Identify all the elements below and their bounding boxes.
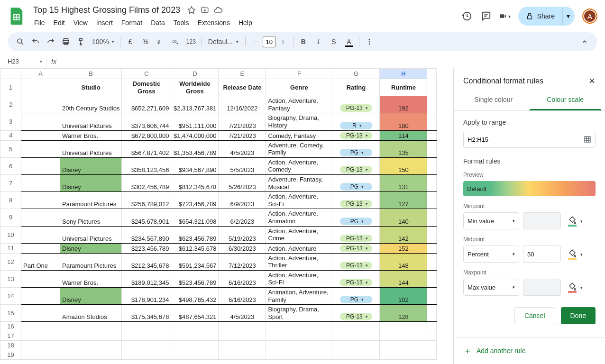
- search-menus-icon[interactable]: [13, 35, 28, 49]
- cell[interactable]: [21, 288, 60, 305]
- cell[interactable]: Action, Adventure, Sci-Fi: [266, 192, 332, 209]
- increase-decimal-icon[interactable]: .00: [169, 35, 183, 49]
- cell[interactable]: $487,654,321: [171, 305, 219, 322]
- cell[interactable]: Disney: [60, 157, 122, 174]
- cell[interactable]: 150: [380, 157, 427, 174]
- cell[interactable]: Animation, Adventure, Family: [266, 288, 332, 305]
- percent-button[interactable]: %: [138, 35, 153, 49]
- star-icon[interactable]: [187, 5, 196, 15]
- cell[interactable]: Comedy, Fantasy: [266, 130, 332, 140]
- bold-button[interactable]: B: [296, 35, 311, 49]
- row-header-18[interactable]: 18: [0, 341, 21, 350]
- cell[interactable]: Paramount Pictures: [60, 192, 122, 209]
- row-header-19[interactable]: 19: [0, 350, 21, 360]
- rating-chip[interactable]: R▾: [340, 122, 372, 129]
- column-header-A[interactable]: A: [21, 69, 60, 79]
- cell[interactable]: 140: [380, 209, 427, 226]
- menu-view[interactable]: View: [70, 17, 92, 28]
- cell[interactable]: $245,678,901: [122, 209, 171, 226]
- cell[interactable]: 127: [380, 192, 427, 209]
- rating-chip[interactable]: PG-13▾: [340, 279, 372, 286]
- row-header-13[interactable]: 13: [0, 270, 21, 287]
- cell[interactable]: Adventure, Fantasy, Musical: [266, 174, 332, 191]
- midpoint-color-button[interactable]: ▾: [565, 246, 580, 262]
- cell[interactable]: [21, 270, 60, 287]
- cell[interactable]: 180: [380, 113, 427, 130]
- range-text[interactable]: [468, 136, 584, 143]
- cell[interactable]: 128: [380, 305, 427, 322]
- menu-format[interactable]: Format: [118, 17, 146, 28]
- cell[interactable]: 5/5/2023: [219, 157, 266, 174]
- rating-chip[interactable]: PG-13▾: [340, 235, 372, 242]
- cell[interactable]: PG▾: [332, 288, 380, 305]
- cell[interactable]: 148: [380, 253, 427, 270]
- cell[interactable]: 6/2/2023: [219, 209, 266, 226]
- cell[interactable]: [21, 140, 60, 157]
- meet-icon[interactable]: ▾: [499, 10, 511, 22]
- row-header-12[interactable]: 12: [0, 253, 21, 270]
- name-box[interactable]: H23▾: [4, 55, 46, 68]
- cell[interactable]: PG-13▾: [332, 192, 380, 209]
- minpoint-color-button[interactable]: ▾: [565, 213, 580, 228]
- cell[interactable]: Disney: [60, 288, 122, 305]
- cell[interactable]: $591,234,567: [171, 253, 219, 270]
- row-header-10[interactable]: 10: [0, 226, 21, 243]
- increase-fontsize-button[interactable]: +: [276, 35, 290, 49]
- close-icon[interactable]: ✕: [588, 76, 596, 86]
- cell[interactable]: PG-13▾: [332, 243, 380, 253]
- menu-edit[interactable]: Edit: [50, 17, 69, 28]
- row-header-6[interactable]: 6: [0, 157, 21, 174]
- decrease-fontsize-button[interactable]: −: [248, 35, 263, 49]
- cell[interactable]: 135: [380, 140, 427, 157]
- menu-insert[interactable]: Insert: [92, 17, 117, 28]
- cell[interactable]: $723,456,789: [171, 192, 219, 209]
- fontsize-input[interactable]: [263, 36, 276, 47]
- text-color-button[interactable]: A: [342, 35, 356, 49]
- row-header-11[interactable]: 11: [0, 243, 21, 253]
- cell[interactable]: 6/9/2023: [219, 192, 266, 209]
- cell[interactable]: [21, 174, 60, 191]
- select-all-corner[interactable]: [0, 69, 21, 79]
- range-input[interactable]: [463, 131, 596, 148]
- cell[interactable]: PG-13▾: [332, 305, 380, 322]
- rating-chip[interactable]: PG-13▾: [340, 200, 372, 208]
- cell[interactable]: Adventure, Comedy, Family: [266, 140, 332, 157]
- cell[interactable]: Part One: [21, 253, 60, 270]
- cell[interactable]: Action, Adventure: [266, 243, 332, 253]
- cell[interactable]: 7/21/2023: [219, 113, 266, 130]
- account-avatar[interactable]: A: [582, 9, 597, 24]
- cell[interactable]: $672,800,000: [122, 130, 171, 140]
- rating-chip[interactable]: PG▾: [340, 296, 372, 303]
- cell[interactable]: $358,123,456: [122, 157, 171, 174]
- cell[interactable]: [21, 209, 60, 226]
- share-button[interactable]: Share ▾: [518, 7, 575, 26]
- cell[interactable]: [21, 113, 60, 130]
- cell[interactable]: Action, Adventure, Comedy: [266, 157, 332, 174]
- cell[interactable]: PG-13▾: [332, 253, 380, 270]
- column-header-D[interactable]: D: [171, 69, 219, 79]
- cell[interactable]: 4/5/2023: [219, 140, 266, 157]
- cell[interactable]: 12/16/2022: [219, 96, 266, 113]
- cell[interactable]: 144: [380, 270, 427, 287]
- cloud-status-icon[interactable]: [213, 5, 223, 15]
- cell[interactable]: $302,456,789: [122, 174, 171, 191]
- rating-chip[interactable]: PG▾: [340, 218, 372, 225]
- cell[interactable]: $1,353,456,789: [171, 140, 219, 157]
- paint-format-icon[interactable]: [74, 35, 88, 49]
- menu-tools[interactable]: Tools: [170, 17, 193, 28]
- column-header-H[interactable]: H: [380, 69, 427, 79]
- italic-button[interactable]: I: [312, 35, 326, 49]
- cell[interactable]: 5/26/2023: [219, 174, 266, 191]
- column-header-C[interactable]: C: [122, 69, 171, 79]
- rating-chip[interactable]: PG▾: [340, 183, 372, 191]
- cell[interactable]: R▾: [332, 113, 380, 130]
- cell[interactable]: Biography, Drama, Sport: [266, 305, 332, 322]
- cell[interactable]: Action, Adventure, Sci-Fi: [266, 270, 332, 287]
- cell[interactable]: $498,765,432: [171, 288, 219, 305]
- cell[interactable]: [21, 192, 60, 209]
- cell[interactable]: $178,901,234: [122, 288, 171, 305]
- cell[interactable]: 4/5/2023: [219, 305, 266, 322]
- midpoint-select[interactable]: Percent▾: [463, 246, 519, 263]
- cell[interactable]: [21, 96, 60, 113]
- cell[interactable]: $652,271,609: [122, 96, 171, 113]
